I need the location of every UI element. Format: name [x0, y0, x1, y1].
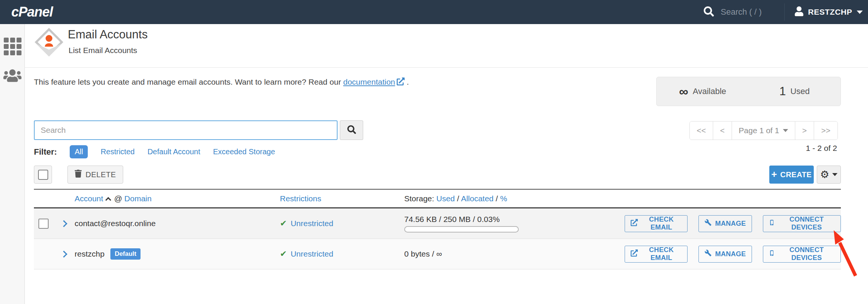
storage-label: Storage: — [404, 194, 434, 203]
connect-devices-label: CONNECT DEVICES — [778, 246, 835, 262]
available-label: Available — [693, 87, 726, 96]
result-range: 1 - 2 of 2 — [806, 144, 837, 153]
connect-devices-button[interactable]: CONNECT DEVICES — [763, 246, 841, 263]
topbar: cPanel Search ( / ) RESTZCHP — [0, 0, 868, 24]
filter-row: Filter: All Restricted Default Account E… — [34, 145, 275, 158]
row-checkbox[interactable] — [38, 219, 49, 229]
sidebar — [0, 24, 25, 304]
manage-label: MANAGE — [715, 220, 746, 228]
pagination-next-button[interactable]: > — [795, 122, 814, 140]
sidebar-item-user-manager[interactable] — [0, 55, 25, 85]
sidebar-item-tools[interactable] — [0, 24, 25, 55]
filter-default-account[interactable]: Default Account — [147, 147, 200, 156]
used-label: Used — [790, 87, 810, 96]
storage-progress-bar — [404, 226, 519, 233]
table-row: restzchp Default ✔ Unrestricted 0 bytes … — [34, 239, 841, 269]
apps-grid-icon — [4, 38, 21, 55]
pagination-last-button[interactable]: >> — [814, 122, 837, 140]
restriction-link[interactable]: Unrestricted — [290, 219, 333, 228]
table-row: contact@restoqr.online ✔ Unrestricted 74… — [34, 208, 841, 239]
page-subtitle: List Email Accounts — [69, 46, 137, 55]
global-search-placeholder: Search ( / ) — [721, 7, 762, 17]
search-input[interactable] — [34, 120, 338, 140]
connect-devices-label: CONNECT DEVICES — [778, 216, 835, 231]
pagination-page-selector[interactable]: Page 1 of 1 — [732, 122, 795, 140]
col-storage: Storage: Used / Allocated / % — [404, 194, 625, 203]
page-label: Page 1 of 1 — [739, 126, 779, 135]
filter-exceeded-storage[interactable]: Exceeded Storage — [213, 147, 275, 156]
users-icon — [3, 68, 21, 85]
documentation-link[interactable]: documentation — [343, 78, 395, 86]
restriction-link[interactable]: Unrestricted — [290, 249, 333, 258]
account-name: restzchp — [75, 249, 104, 258]
search-icon — [704, 6, 714, 18]
col-account-domain: Account@ Domain — [75, 194, 280, 203]
at-symbol: @ — [114, 194, 122, 203]
used-value: 1 — [779, 85, 786, 98]
filter-label: Filter: — [34, 147, 57, 157]
sort-restrictions[interactable]: Restrictions — [280, 194, 321, 203]
trash-icon — [75, 170, 82, 179]
check-email-label: CHECK EMAIL — [641, 246, 682, 262]
mobile-icon — [769, 219, 775, 228]
sort-storage-used[interactable]: Used — [436, 194, 455, 203]
external-link-icon — [631, 219, 638, 228]
cpanel-logo: cPanel — [11, 4, 53, 20]
table-header-row: Account@ Domain Restrictions Storage: Us… — [34, 190, 841, 208]
chevron-right-icon[interactable] — [60, 220, 67, 227]
email-accounts-table: Account@ Domain Restrictions Storage: Us… — [34, 189, 841, 269]
filter-all[interactable]: All — [70, 145, 88, 158]
default-badge: Default — [110, 248, 141, 260]
check-icon: ✔ — [280, 219, 287, 228]
check-email-button[interactable]: CHECK EMAIL — [625, 215, 688, 232]
sort-account[interactable]: Account — [75, 194, 103, 203]
wrench-icon — [704, 219, 712, 228]
manage-button[interactable]: MANAGE — [698, 246, 752, 263]
page-title: Email Accounts — [68, 28, 148, 41]
storage-usage: 0 bytes / ∞ — [404, 249, 625, 258]
manage-label: MANAGE — [715, 250, 746, 258]
chevron-right-icon[interactable] — [60, 251, 67, 257]
usage-panel: ∞ Available 1 Used — [656, 77, 841, 106]
email-accounts-icon — [34, 27, 64, 59]
separator: / — [455, 194, 461, 203]
usage-available: ∞ Available — [657, 84, 749, 99]
wrench-icon — [704, 249, 712, 258]
feature-description: This feature lets you create and manage … — [34, 78, 409, 87]
account-name: contact@restoqr.online — [75, 219, 156, 228]
create-label: CREATE — [780, 170, 812, 179]
check-email-label: CHECK EMAIL — [641, 216, 682, 231]
chevron-down-icon — [783, 129, 788, 132]
user-menu[interactable]: RESTZCHP — [785, 0, 868, 24]
create-button[interactable]: + CREATE — [769, 166, 814, 184]
filter-restricted[interactable]: Restricted — [101, 147, 134, 156]
page-header: Email Accounts List Email Accounts — [25, 24, 868, 68]
check-icon: ✔ — [280, 249, 287, 259]
sort-domain[interactable]: Domain — [124, 194, 151, 203]
pagination-prev-button[interactable]: < — [713, 122, 732, 140]
select-all-checkbox[interactable] — [38, 170, 48, 180]
settings-dropdown-button[interactable]: ⚙ — [817, 166, 841, 184]
description-text: This feature lets you create and manage … — [34, 78, 343, 86]
mobile-icon — [769, 249, 775, 259]
select-all-button[interactable] — [34, 166, 52, 184]
check-email-button[interactable]: CHECK EMAIL — [625, 246, 688, 263]
storage-usage: 74.56 KB / 250 MB / 0.03% — [404, 215, 625, 224]
search-button[interactable] — [340, 120, 363, 140]
delete-button[interactable]: DELETE — [67, 166, 123, 184]
description-suffix: . — [405, 78, 409, 86]
pagination-first-button[interactable]: << — [690, 122, 713, 140]
manage-button[interactable]: MANAGE — [698, 215, 752, 232]
pagination: << < Page 1 of 1 > >> — [689, 121, 838, 140]
connect-devices-button[interactable]: CONNECT DEVICES — [763, 215, 841, 232]
usage-used: 1 Used — [749, 85, 840, 98]
sort-asc-icon — [105, 197, 111, 203]
sort-storage-allocated[interactable]: Allocated — [461, 194, 494, 203]
chevron-down-icon — [832, 173, 837, 176]
global-search[interactable]: Search ( / ) — [704, 6, 784, 18]
separator: / — [494, 194, 500, 203]
gear-icon: ⚙ — [820, 170, 829, 180]
sort-storage-percent[interactable]: % — [500, 194, 507, 203]
user-icon — [795, 6, 804, 18]
search-icon — [347, 125, 356, 135]
